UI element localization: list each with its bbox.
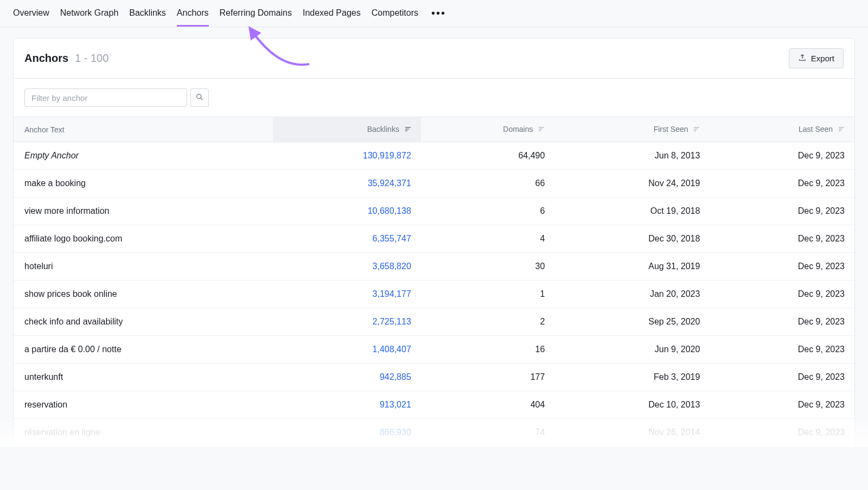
svg-rect-7	[539, 131, 541, 132]
tab-backlinks[interactable]: Backlinks	[129, 1, 166, 27]
search-button[interactable]	[190, 88, 209, 107]
search-icon	[195, 93, 204, 103]
tab-overview[interactable]: Overview	[13, 1, 49, 27]
cell-anchor: a partire da € 0.00 / notte	[14, 336, 273, 364]
tab-network-graph[interactable]: Network Graph	[60, 1, 119, 27]
table-row[interactable]: view more information10,680,1386Oct 19, …	[14, 198, 854, 225]
table-row[interactable]: Empty Anchor130,919,87264,490Jun 8, 2013…	[14, 142, 854, 170]
cell-domains: 1	[421, 281, 555, 308]
cell-last_seen: Dec 9, 2023	[710, 391, 854, 419]
svg-rect-6	[539, 129, 542, 130]
table-row[interactable]: unterkunft942,885177Feb 3, 2019Dec 9, 20…	[14, 364, 854, 391]
panel-title: Anchors	[24, 52, 68, 64]
cell-domains: 2	[421, 308, 555, 336]
svg-rect-2	[405, 127, 411, 128]
table-row[interactable]: make a booking35,924,37166Nov 24, 2019De…	[14, 170, 854, 198]
sort-icon	[838, 125, 845, 134]
table-row[interactable]: hoteluri3,658,82030Aug 31, 2019Dec 9, 20…	[14, 253, 854, 281]
cell-last_seen: Dec 9, 2023	[710, 253, 854, 281]
cell-backlinks: 3,194,177	[273, 281, 420, 308]
svg-rect-9	[694, 129, 698, 130]
filter-input[interactable]	[24, 88, 187, 107]
cell-backlinks: 3,658,820	[273, 253, 420, 281]
cell-first_seen: Jun 9, 2020	[554, 336, 710, 364]
cell-domains: 16	[421, 336, 555, 364]
cell-first_seen: Aug 31, 2019	[554, 253, 710, 281]
cell-anchor: Empty Anchor	[14, 142, 273, 170]
tab-indexed-pages[interactable]: Indexed Pages	[303, 1, 361, 27]
export-label: Export	[811, 54, 834, 63]
cell-backlinks: 2,725,113	[273, 308, 420, 336]
table-row[interactable]: a partire da € 0.00 / notte1,408,40716Ju…	[14, 336, 854, 364]
table-row[interactable]: affiliate logo booking.com6,355,7474Dec …	[14, 225, 854, 253]
cell-domains: 404	[421, 391, 555, 419]
cell-last_seen: Dec 9, 2023	[710, 419, 854, 447]
cell-backlinks: 1,408,407	[273, 336, 420, 364]
nav-tabs: OverviewNetwork GraphBacklinksAnchorsRef…	[0, 0, 868, 27]
cell-anchor: show prices book online	[14, 281, 273, 308]
cell-first_seen: Nov 24, 2019	[554, 170, 710, 198]
svg-line-1	[201, 98, 202, 100]
cell-last_seen: Dec 9, 2023	[710, 281, 854, 308]
cell-anchor: view more information	[14, 198, 273, 225]
svg-rect-13	[839, 131, 841, 132]
more-tabs-icon[interactable]: •••	[429, 7, 448, 20]
cell-last_seen: Dec 9, 2023	[710, 198, 854, 225]
cell-first_seen: Dec 10, 2013	[554, 391, 710, 419]
cell-backlinks: 942,885	[273, 364, 420, 391]
svg-rect-5	[539, 127, 544, 128]
cell-backlinks: 35,924,371	[273, 170, 420, 198]
cell-anchor: réservation en ligne	[14, 419, 273, 447]
col-anchor-text[interactable]: Anchor Text	[14, 117, 273, 142]
col-last-seen[interactable]: Last Seen	[710, 117, 854, 142]
sort-icon	[538, 125, 545, 134]
cell-first_seen: Oct 19, 2018	[554, 198, 710, 225]
col-domains[interactable]: Domains	[421, 117, 555, 142]
cell-last_seen: Dec 9, 2023	[710, 308, 854, 336]
export-button[interactable]: Export	[789, 48, 844, 68]
cell-anchor: make a booking	[14, 170, 273, 198]
tab-referring-domains[interactable]: Referring Domains	[220, 1, 292, 27]
cell-domains: 64,490	[421, 142, 555, 170]
cell-backlinks: 130,919,872	[273, 142, 420, 170]
cell-first_seen: Dec 30, 2018	[554, 225, 710, 253]
cell-domains: 66	[421, 170, 555, 198]
cell-last_seen: Dec 9, 2023	[710, 225, 854, 253]
cell-domains: 6	[421, 198, 555, 225]
table-row[interactable]: show prices book online3,194,1771Jan 20,…	[14, 281, 854, 308]
export-icon	[798, 53, 807, 63]
svg-rect-12	[839, 129, 843, 130]
filter-row	[14, 79, 854, 117]
tab-anchors[interactable]: Anchors	[177, 1, 209, 27]
cell-domains: 177	[421, 364, 555, 391]
panel-header: Anchors 1 - 100 Export	[14, 39, 854, 79]
cell-domains: 74	[421, 419, 555, 447]
svg-point-0	[197, 94, 201, 98]
cell-first_seen: Jun 8, 2013	[554, 142, 710, 170]
cell-last_seen: Dec 9, 2023	[710, 364, 854, 391]
panel-range: 1 - 100	[75, 52, 108, 64]
cell-anchor: affiliate logo booking.com	[14, 225, 273, 253]
anchors-panel: Anchors 1 - 100 Export	[13, 38, 855, 447]
cell-first_seen: Nov 26, 2014	[554, 419, 710, 447]
table-row[interactable]: réservation en ligne866,93074Nov 26, 201…	[14, 419, 854, 447]
cell-last_seen: Dec 9, 2023	[710, 142, 854, 170]
cell-first_seen: Feb 3, 2019	[554, 364, 710, 391]
svg-rect-10	[694, 131, 696, 132]
col-backlinks[interactable]: Backlinks	[273, 117, 420, 142]
cell-anchor: reservation	[14, 391, 273, 419]
anchors-table: Anchor Text Backlinks Domains	[14, 117, 854, 447]
table-row[interactable]: reservation913,021404Dec 10, 2013Dec 9, …	[14, 391, 854, 419]
cell-first_seen: Sep 25, 2020	[554, 308, 710, 336]
cell-domains: 4	[421, 225, 555, 253]
tab-competitors[interactable]: Competitors	[372, 1, 418, 27]
cell-backlinks: 913,021	[273, 391, 420, 419]
table-row[interactable]: check info and availability2,725,1132Sep…	[14, 308, 854, 336]
sort-icon	[693, 125, 700, 134]
cell-last_seen: Dec 9, 2023	[710, 170, 854, 198]
cell-backlinks: 6,355,747	[273, 225, 420, 253]
col-first-seen[interactable]: First Seen	[554, 117, 710, 142]
cell-anchor: check info and availability	[14, 308, 273, 336]
svg-rect-3	[405, 129, 409, 130]
sort-icon	[405, 125, 411, 134]
